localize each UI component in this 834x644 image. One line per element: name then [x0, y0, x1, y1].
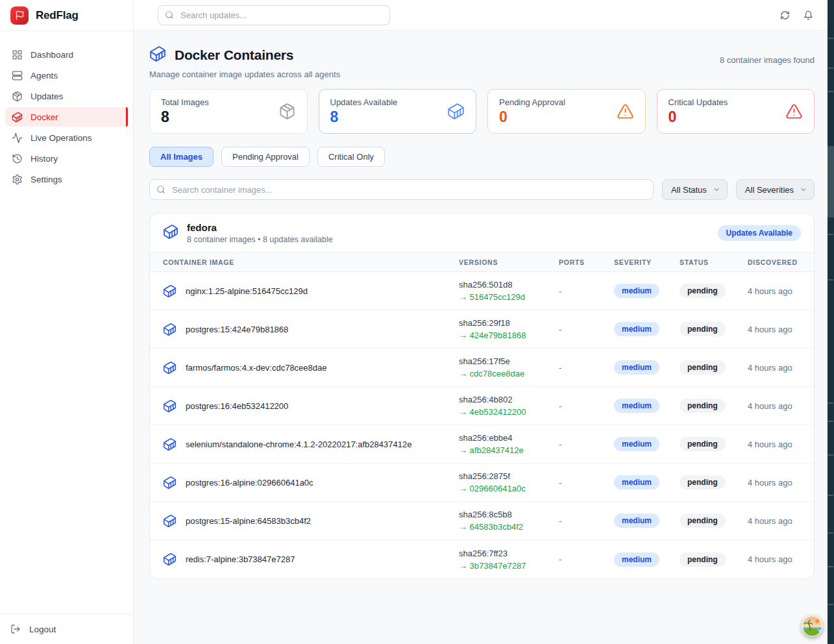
scrollbar-thumb[interactable]	[828, 146, 834, 217]
version-current: sha256:7ff23	[459, 549, 559, 558]
activity-icon	[12, 132, 23, 143]
island-icon	[802, 615, 823, 637]
versions-cell: sha256:17f5e → cdc78cee8dae	[459, 356, 559, 378]
sidebar: RedFlag Dashboard Agents Updates Docker …	[0, 0, 134, 644]
status-badge: pending	[680, 322, 726, 336]
version-current: sha256:4b802	[459, 395, 559, 404]
group-header[interactable]: fedora 8 container images • 8 updates av…	[150, 214, 814, 252]
table-row[interactable]: postgres:16-alpine:029660641a0c sha256:2…	[150, 464, 814, 502]
version-target: → 516475cc129d	[459, 292, 559, 302]
col-container-image: Container Image	[163, 258, 459, 266]
table-row[interactable]: farmos/farmos:4.x-dev:cdc78cee8dae sha25…	[150, 349, 814, 387]
ports-cell: -	[559, 440, 614, 449]
container-cube-icon	[163, 284, 177, 298]
container-cube-icon	[163, 552, 177, 566]
status-badge: pending	[680, 360, 726, 375]
docker-container-icon	[12, 112, 23, 123]
stat-label: Critical Updates	[668, 97, 728, 107]
updates-available-badge: Updates Available	[718, 225, 801, 241]
sidebar-item[interactable]: Settings	[5, 169, 128, 189]
version-current: sha256:2875f	[459, 471, 559, 481]
severity-badge: medium	[614, 552, 659, 567]
table-row[interactable]: postgres:15:424e79b81868 sha256:29f18 → …	[150, 310, 814, 349]
discovered-cell: 4 hours ago	[748, 516, 814, 526]
topbar-actions	[780, 10, 813, 20]
sidebar-item[interactable]: History	[5, 149, 128, 168]
refresh-button[interactable]	[780, 10, 790, 20]
sidebar-item[interactable]: Docker	[5, 107, 128, 127]
table-row[interactable]: postgres:15-alpine:64583b3cb4f2 sha256:8…	[150, 502, 814, 540]
image-group-card: fedora 8 container images • 8 updates av…	[149, 213, 815, 579]
version-target: → 4eb532412200	[459, 407, 559, 417]
group-name: fedora	[187, 222, 333, 233]
sidebar-item[interactable]: Agents	[5, 66, 128, 85]
severity-badge: medium	[614, 284, 659, 298]
version-target: → 64583b3cb4f2	[459, 522, 559, 532]
container-image-name: selenium/standalone-chrome:4.1.2-2022021…	[186, 440, 411, 449]
sidebar-item-label: Agents	[31, 71, 58, 80]
stat-card: Updates Available 8	[319, 89, 477, 134]
discovered-cell: 4 hours ago	[748, 363, 814, 373]
page-header: Docker Containers Manage container image…	[149, 45, 815, 79]
version-target: → afb28437412e	[459, 445, 559, 455]
container-image-name: postgres:15-alpine:64583b3cb4f2	[186, 516, 311, 526]
images-found-count: 8 container images found	[720, 55, 815, 65]
severity-filter-select[interactable]: All Severities	[736, 179, 815, 200]
main-area: Docker Containers Manage container image…	[134, 0, 834, 644]
sidebar-item[interactable]: Updates	[5, 86, 128, 106]
brand-header: RedFlag	[0, 0, 133, 31]
versions-cell: sha256:501d8 → 516475cc129d	[459, 280, 559, 302]
status-badge: pending	[680, 514, 726, 528]
filter-tab-label: All Images	[160, 152, 202, 162]
island-widget-button[interactable]	[802, 615, 823, 637]
container-cube-icon	[163, 224, 178, 242]
container-cube-icon	[163, 476, 177, 489]
global-search-input[interactable]	[158, 5, 390, 25]
sidebar-item-label: Docker	[31, 112, 58, 122]
ports-cell: -	[559, 363, 614, 373]
container-image-cell: nginx:1.25-alpine:516475cc129d	[163, 284, 459, 298]
chevron-down-icon	[713, 186, 720, 193]
filter-tab[interactable]: Critical Only	[317, 147, 385, 167]
alert-triangle-icon	[785, 103, 803, 120]
ports-cell: -	[559, 516, 614, 526]
status-filter-select[interactable]: All Status	[662, 179, 728, 200]
version-current: sha256:17f5e	[459, 356, 559, 366]
sidebar-item[interactable]: Live Operations	[5, 128, 128, 147]
table-header: Container Image Versions Ports Severity …	[150, 252, 814, 272]
container-image-cell: selenium/standalone-chrome:4.1.2-2022021…	[163, 438, 459, 451]
table-body: nginx:1.25-alpine:516475cc129d sha256:50…	[150, 272, 814, 578]
container-image-name: postgres:16:4eb532412200	[186, 401, 288, 411]
severity-badge: medium	[614, 322, 659, 336]
image-search-input[interactable]	[149, 179, 654, 200]
history-icon	[12, 153, 23, 164]
col-discovered: Discovered	[748, 258, 814, 266]
global-search	[158, 5, 390, 25]
table-row[interactable]: redis:7-alpine:3b73847e7287 sha256:7ff23…	[150, 540, 814, 578]
notifications-button[interactable]	[803, 10, 813, 20]
filter-tab[interactable]: Pending Approval	[221, 147, 310, 167]
versions-cell: sha256:2875f → 029660641a0c	[459, 471, 559, 493]
severity-badge: medium	[614, 475, 659, 489]
table-row[interactable]: selenium/standalone-chrome:4.1.2-2022021…	[150, 425, 814, 464]
search-icon	[165, 10, 174, 19]
logout-label: Logout	[29, 625, 56, 634]
refresh-icon	[780, 10, 790, 20]
versions-cell: sha256:8c5b8 → 64583b3cb4f2	[459, 510, 559, 532]
table-row[interactable]: postgres:16:4eb532412200 sha256:4b802 → …	[150, 387, 814, 425]
package-icon	[278, 103, 296, 120]
docker-page-icon	[149, 45, 166, 65]
discovered-cell: 4 hours ago	[748, 440, 814, 449]
table-row[interactable]: nginx:1.25-alpine:516475cc129d sha256:50…	[150, 272, 814, 310]
sidebar-item[interactable]: Dashboard	[5, 45, 128, 64]
discovered-cell: 4 hours ago	[748, 478, 814, 488]
filter-tab[interactable]: All Images	[149, 147, 214, 167]
severity-badge: medium	[614, 437, 659, 451]
container-image-name: nginx:1.25-alpine:516475cc129d	[186, 286, 308, 296]
sidebar-item-label: Dashboard	[31, 50, 73, 60]
logout-button[interactable]: Logout	[10, 624, 123, 634]
sidebar-item-label: Updates	[31, 92, 63, 101]
version-target: → 029660641a0c	[459, 484, 559, 493]
minimap-scrollbar[interactable]	[828, 0, 834, 644]
container-image-name: redis:7-alpine:3b73847e7287	[186, 554, 295, 564]
